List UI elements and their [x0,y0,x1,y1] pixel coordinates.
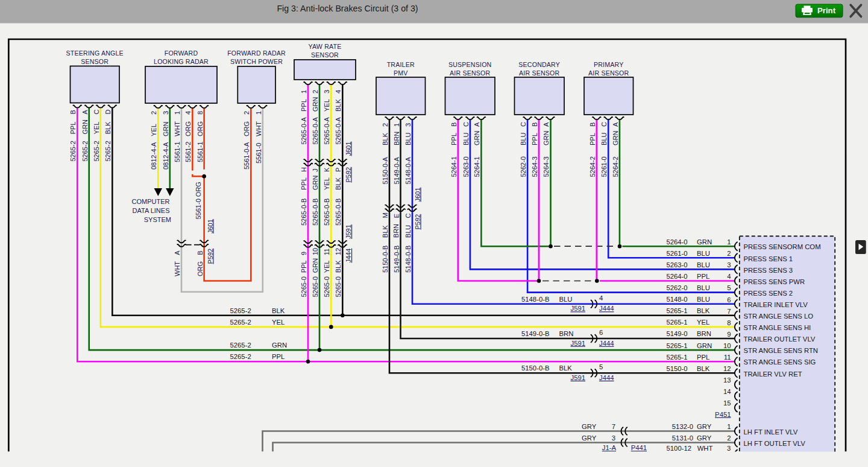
svg-text:3: 3 [162,111,169,115]
svg-text:5265-0-B: 5265-0-B [312,199,319,226]
svg-text:AIR SENSOR: AIR SENSOR [519,69,559,77]
svg-text:BLK: BLK [335,99,342,112]
svg-text:PPL: PPL [272,353,285,360]
svg-text:TRAILER VLV RET: TRAILER VLV RET [744,370,802,378]
svg-text:5265-0-B: 5265-0-B [323,199,330,226]
svg-text:8: 8 [197,111,204,115]
svg-text:5150-0-B: 5150-0-B [521,364,549,372]
svg-text:A: A [612,122,619,127]
svg-text:BLU: BLU [404,225,412,238]
svg-text:PRESS SENS 2: PRESS SENS 2 [744,290,793,297]
svg-text:J601: J601 [207,219,214,234]
svg-text:D: D [104,110,112,115]
svg-text:SENSOR: SENSOR [311,51,339,59]
svg-text:B: B [450,122,458,127]
svg-text:LH FT INLET VLV: LH FT INLET VLV [744,428,798,436]
svg-text:J591: J591 [345,224,352,239]
svg-text:STR ANGLE SENS LO: STR ANGLE SENS LO [744,313,814,320]
svg-text:GRY: GRY [582,434,597,442]
svg-text:5148-0-B: 5148-0-B [404,246,412,273]
svg-text:J1-A: J1-A [602,444,617,451]
svg-text:STR ANGLE SENS HI: STR ANGLE SENS HI [744,324,811,331]
svg-text:PRIMARY: PRIMARY [594,61,623,68]
svg-text:FORWARD: FORWARD [165,49,198,57]
svg-text:5264-3: 5264-3 [542,156,550,177]
svg-text:STR ANGLE SENS RTN: STR ANGLE SENS RTN [744,347,818,354]
svg-text:15: 15 [723,399,731,407]
svg-text:BLU: BLU [404,133,412,145]
svg-text:Fig 3: Anti-lock Brakes Circui: Fig 3: Anti-lock Brakes Circuit (3 of 3) [277,4,418,13]
svg-text:5265-0: 5265-0 [323,276,330,297]
svg-text:BLU: BLU [697,250,710,257]
svg-text:K: K [323,167,330,172]
svg-text:PRESS SENS 1: PRESS SENS 1 [744,255,793,262]
svg-text:5561-0: 5561-0 [255,143,262,164]
svg-text:GRN: GRN [162,122,169,137]
svg-text:14: 14 [723,388,731,395]
svg-text:4: 4 [335,90,342,94]
svg-text:BRN: BRN [393,132,400,145]
svg-text:ORG: ORG [243,121,250,136]
svg-text:P592: P592 [345,167,352,183]
svg-text:5265-0-B: 5265-0-B [300,199,307,226]
svg-text:1: 1 [300,90,307,94]
svg-text:GRN: GRN [272,342,287,349]
svg-text:2: 2 [243,111,250,115]
svg-text:BLK: BLK [697,307,710,314]
svg-text:J: J [312,169,319,173]
svg-text:3: 3 [323,90,330,94]
svg-text:1: 1 [727,423,731,430]
svg-text:GRN: GRN [697,342,712,349]
svg-text:BLU: BLU [697,284,710,291]
svg-text:J444: J444 [345,249,352,263]
svg-text:5265-2: 5265-2 [104,141,112,161]
svg-text:5265-0-A: 5265-0-A [312,117,319,145]
svg-text:5148-0-B: 5148-0-B [521,296,549,303]
svg-text:1: 1 [393,123,400,127]
svg-text:9: 9 [727,331,731,338]
svg-text:7: 7 [727,308,731,315]
svg-text:AIR SENSOR: AIR SENSOR [588,69,629,77]
svg-text:YEL: YEL [323,261,330,273]
svg-text:YEL: YEL [323,99,330,112]
svg-text:PPL: PPL [450,133,458,145]
svg-text:5261-0: 5261-0 [600,156,608,177]
svg-text:5149-0-B: 5149-0-B [393,246,400,273]
svg-text:5265-2: 5265-2 [93,141,100,161]
svg-text:5265-0-A: 5265-0-A [300,117,307,145]
svg-text:WHT: WHT [174,261,181,276]
svg-text:7: 7 [612,423,615,430]
svg-text:GRN: GRN [312,176,319,191]
svg-text:0812-4-A: 0812-4-A [162,142,169,170]
svg-text:5265-1: 5265-1 [666,354,687,361]
svg-text:PPL: PPL [300,177,307,190]
svg-text:5561-0 ORG: 5561-0 ORG [195,182,202,219]
svg-text:GRN: GRN [312,258,319,273]
svg-text:B: B [69,110,77,114]
svg-text:DATA LINES: DATA LINES [133,207,170,214]
svg-text:3: 3 [727,445,731,452]
svg-text:PPL: PPL [300,261,307,273]
svg-text:6: 6 [599,329,603,336]
svg-text:BLU: BLU [697,296,710,303]
svg-text:BLU: BLU [520,133,527,145]
svg-text:GRN: GRN [542,131,550,146]
svg-text:2: 2 [382,123,389,127]
svg-text:9: 9 [300,252,307,255]
svg-text:P441: P441 [631,444,647,451]
svg-text:3: 3 [612,434,615,442]
svg-text:SWITCH POWER: SWITCH POWER [230,58,283,65]
svg-text:TRAILER: TRAILER [387,61,415,68]
svg-text:PPL: PPL [531,133,538,145]
svg-text:BRN: BRN [393,224,400,238]
svg-text:SENSOR: SENSOR [81,58,108,65]
svg-text:8: 8 [727,319,731,326]
svg-text:3: 3 [404,123,412,127]
svg-text:BLU: BLU [600,133,608,145]
svg-text:SECONDARY: SECONDARY [518,61,560,68]
svg-text:5132-0: 5132-0 [672,423,693,430]
svg-text:BLK: BLK [272,307,285,314]
svg-text:B: B [197,250,204,255]
svg-text:PRESS SENS PWR: PRESS SENS PWR [744,278,805,285]
svg-text:0812-4-A: 0812-4-A [150,142,157,170]
